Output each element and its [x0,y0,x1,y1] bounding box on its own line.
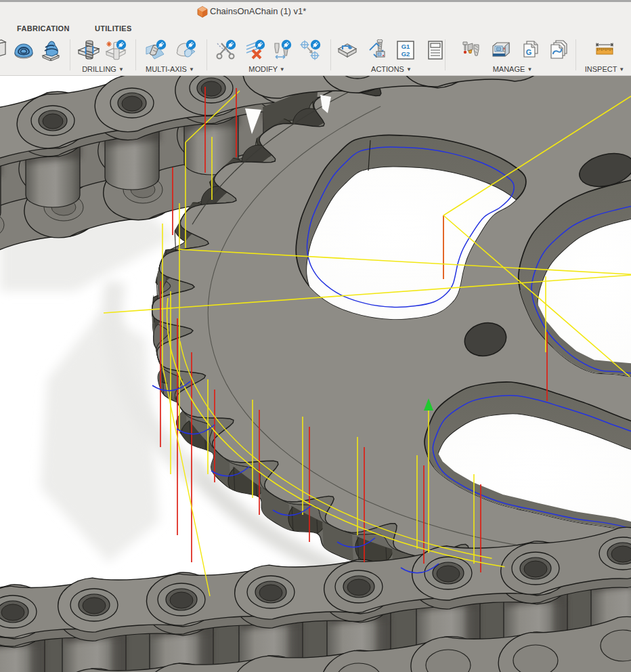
svg-text:G: G [526,48,532,56]
svg-text:G2: G2 [401,50,410,58]
svg-text:G1: G1 [401,43,410,50]
